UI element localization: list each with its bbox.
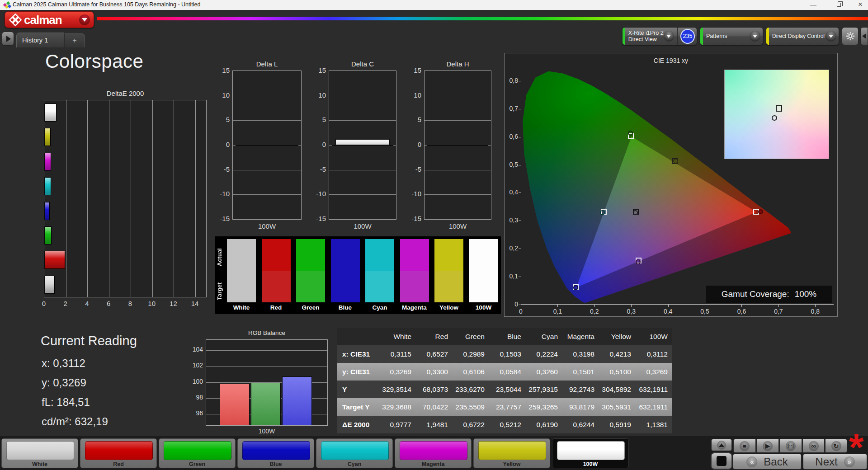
target-swatch — [434, 271, 463, 302]
mini-ytick: 0 — [311, 141, 326, 148]
expand-up-button[interactable] — [711, 439, 732, 451]
table-row: x: CIE310,31150,65270,29890,15030,22240,… — [337, 345, 672, 363]
patch-tile-yellow[interactable]: Yellow — [473, 438, 550, 468]
table-cell: 0,6106 — [452, 368, 488, 376]
mini-ytick: 15 — [311, 66, 326, 74]
cie-ytick: 0,3 — [505, 216, 518, 224]
calman-logo-button[interactable]: calman — [5, 11, 94, 28]
sidebar-expand-button[interactable] — [2, 32, 14, 46]
swatch-column-green: Green — [296, 239, 325, 302]
play-button[interactable]: ▶ — [756, 439, 779, 453]
patch-color — [164, 441, 231, 460]
patch-tile-white[interactable]: White — [1, 438, 78, 468]
patterns-label: Patterns — [706, 33, 727, 39]
mini-ytick: -15 — [215, 215, 230, 222]
page-title: Colorspace — [45, 51, 143, 72]
patch-tile-100w[interactable]: 100W — [552, 438, 629, 468]
restore-button[interactable] — [831, 0, 846, 10]
patch-tile-red[interactable]: Red — [80, 438, 157, 468]
app-window: Calman 2025 Calman Ultimate for Business… — [0, 0, 868, 470]
column-header: Magenta — [561, 333, 598, 341]
deltae-chart-title: DeltaE 2000 — [44, 89, 207, 97]
reading-x: x: 0,3112 — [42, 357, 85, 370]
gear-icon — [845, 31, 855, 41]
logo-dropdown-arrow-icon[interactable] — [79, 14, 90, 25]
deltae-bar-green — [44, 226, 52, 244]
patch-tile-green[interactable]: Green — [159, 438, 236, 468]
swatch-label: Magenta — [397, 304, 432, 311]
patterns-dropdown[interactable]: Patterns — [700, 27, 763, 45]
rgb-bar-blue — [282, 376, 312, 425]
gridline — [233, 194, 301, 195]
gridline — [329, 194, 396, 195]
stop-button[interactable]: ■ — [733, 439, 756, 453]
tick-mark — [519, 221, 521, 221]
rgb-ytick: 104 — [188, 346, 203, 353]
refresh-button[interactable]: ↻ — [825, 439, 847, 453]
patch-tile-blue[interactable]: Blue — [237, 438, 314, 468]
tick-mark — [521, 305, 521, 307]
mini-ytick: -10 — [215, 190, 230, 197]
meter-dropdown[interactable]: X-Rite i1Pro 2 Direct View 235 — [622, 27, 697, 45]
loop-continuous-button[interactable]: ∞ — [802, 439, 825, 453]
rgb-balance-title: RGB Balance — [206, 329, 328, 336]
collapse-toolbar-button[interactable] — [860, 27, 868, 45]
table-cell: 329,3514 — [378, 385, 415, 394]
app-icon-diamond — [8, 5, 11, 8]
title-bar: Calman 2025 Calman Ultimate for Business… — [0, 0, 868, 10]
measurement-table: WhiteRedGreenBlueCyanMagentaYellow100Wx:… — [337, 328, 672, 433]
deltae-xtick: 14 — [188, 300, 202, 307]
pattern-patch-bar: WhiteRedGreenBlueCyanMagentaYellow100W ■… — [0, 437, 868, 470]
table-cell: 233,6270 — [452, 385, 488, 394]
tick-mark — [519, 277, 521, 277]
display-control-dropdown[interactable]: Direct Display Control — [766, 27, 839, 45]
tab-history-1[interactable]: History 1 — [16, 33, 64, 47]
table-cell: 0,6190 — [525, 421, 561, 429]
table-header-row: WhiteRedGreenBlueCyanMagentaYellow100W — [337, 328, 672, 345]
patch-tile-magenta[interactable]: Magenta — [395, 438, 472, 468]
table-cell: 257,9315 — [525, 385, 561, 394]
deltae-xtick: 2 — [59, 300, 72, 307]
tick-mark — [519, 249, 521, 249]
mini-ytick: -5 — [407, 165, 421, 173]
mini-chart-title: Delta C — [329, 60, 396, 68]
rgb-ytick: 96 — [188, 409, 203, 417]
plus-icon: + — [72, 37, 76, 45]
rainbow-gradient-strip — [97, 17, 868, 20]
actual-swatch — [331, 239, 360, 271]
swatch-label: White — [224, 304, 259, 311]
zero-line — [332, 145, 393, 146]
target-swatch — [296, 271, 325, 302]
divider — [677, 28, 678, 45]
cie-ytick: 0 — [505, 301, 518, 308]
mini-ytick: -15 — [407, 215, 421, 222]
next-label: Next — [815, 456, 837, 468]
cie-xtick: 0,4 — [659, 308, 677, 315]
rgb-ytick: 98 — [188, 394, 203, 401]
settings-button[interactable] — [842, 27, 859, 45]
actual-swatch — [227, 239, 256, 271]
add-tab-button[interactable]: + — [64, 33, 85, 47]
back-button[interactable]: « Back — [733, 454, 802, 470]
table-cell: 0,2989 — [452, 350, 488, 358]
swatch-column-100w: 100W — [469, 239, 498, 302]
mini-bar — [335, 139, 390, 145]
close-button[interactable]: × — [853, 0, 868, 10]
deltae-bar-blue — [44, 202, 50, 220]
patch-tile-cyan[interactable]: Cyan — [316, 438, 393, 468]
patch-label: Blue — [238, 461, 314, 467]
target-row-label: Target — [216, 277, 223, 306]
minimize-button[interactable]: — — [806, 0, 821, 10]
pattern-window-toggle[interactable] — [711, 452, 732, 470]
calman-asterisk-icon: * — [849, 428, 864, 466]
cie-xtick: 0,5 — [696, 308, 714, 315]
tick-mark — [519, 193, 521, 193]
mini-ytick: 0 — [407, 141, 421, 148]
reading-fl: fL: 184,51 — [42, 396, 90, 409]
swatch-column-yellow: Yellow — [434, 239, 463, 302]
step-button[interactable]: [··] — [779, 439, 802, 453]
zero-line — [236, 145, 298, 146]
swatch-column-blue: Blue — [331, 239, 360, 302]
patch-label: Cyan — [316, 461, 392, 467]
meter-count-badge[interactable]: 235 — [680, 29, 695, 44]
